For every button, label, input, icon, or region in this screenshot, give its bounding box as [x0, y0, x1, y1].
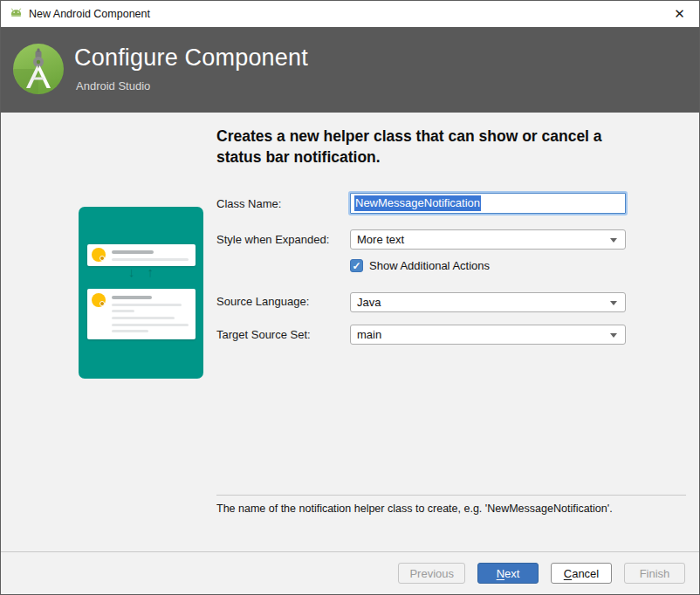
close-button[interactable]: ✕: [660, 1, 699, 27]
wizard-content: Creates a new helper class that can show…: [1, 113, 699, 551]
check-icon: ✓: [352, 260, 360, 272]
source-language-label: Source Language:: [216, 295, 309, 308]
hint-divider: [216, 495, 686, 496]
chevron-down-icon: [610, 333, 617, 338]
chevron-down-icon: [610, 301, 617, 305]
target-source-set-label: Target Source Set:: [216, 328, 311, 341]
avatar-badge: [100, 256, 105, 261]
cancel-button[interactable]: Cancel: [551, 563, 612, 584]
android-head-icon: [9, 7, 24, 21]
title-bar: New Android Component ✕: [1, 1, 699, 27]
close-icon: ✕: [674, 6, 685, 22]
class-name-label: Class Name:: [216, 197, 281, 210]
window-title: New Android Component: [29, 1, 150, 27]
target-source-set-value: main: [357, 328, 381, 341]
arrow-up-icon: ↑: [148, 264, 154, 279]
component-description: Creates a new helper class that can show…: [216, 126, 646, 168]
skeleton-line: [112, 258, 189, 261]
avatar-badge: [100, 301, 105, 306]
style-when-expanded-value: More text: [357, 233, 404, 246]
class-name-input[interactable]: NewMessageNotification: [350, 193, 626, 214]
skeleton-line: [112, 250, 154, 254]
collapsed-notification-card: [87, 244, 196, 266]
dialog-window: New Android Component ✕ Configure Compon…: [0, 0, 700, 595]
page-subtitle: Android Studio: [76, 79, 150, 92]
target-source-set-select[interactable]: main: [350, 325, 626, 345]
skeleton-line: [112, 310, 134, 312]
skeleton-line: [112, 296, 152, 299]
expanded-notification-card: [87, 289, 196, 339]
previous-button[interactable]: Previous: [398, 563, 465, 584]
page-title: Configure Component: [74, 44, 308, 72]
source-language-select[interactable]: Java: [350, 292, 626, 312]
android-studio-logo-icon: [13, 44, 64, 94]
next-button[interactable]: Next: [477, 563, 539, 584]
show-additional-actions-label: Show Additional Actions: [369, 259, 490, 272]
chevron-down-icon: [610, 238, 617, 243]
skeleton-line: [112, 317, 175, 319]
expand-collapse-arrows: ↓ ↑: [79, 264, 203, 279]
source-language-value: Java: [357, 296, 381, 309]
skeleton-line: [112, 330, 148, 332]
show-additional-actions-checkbox[interactable]: ✓: [350, 259, 363, 272]
arrow-down-icon: ↓: [128, 264, 135, 279]
skeleton-line: [112, 324, 189, 326]
wizard-header: Configure Component Android Studio: [1, 27, 699, 113]
notification-illustration: ↓ ↑: [79, 207, 203, 379]
skeleton-line: [112, 304, 182, 306]
finish-button[interactable]: Finish: [624, 563, 685, 584]
class-name-value: NewMessageNotification: [354, 195, 481, 211]
style-when-expanded-label: Style when Expanded:: [216, 233, 329, 246]
hint-text: The name of the notification helper clas…: [216, 503, 613, 515]
button-bar: Previous Next Cancel Finish: [1, 551, 699, 594]
style-when-expanded-select[interactable]: More text: [350, 229, 626, 250]
show-additional-actions-row[interactable]: ✓ Show Additional Actions: [350, 259, 490, 272]
